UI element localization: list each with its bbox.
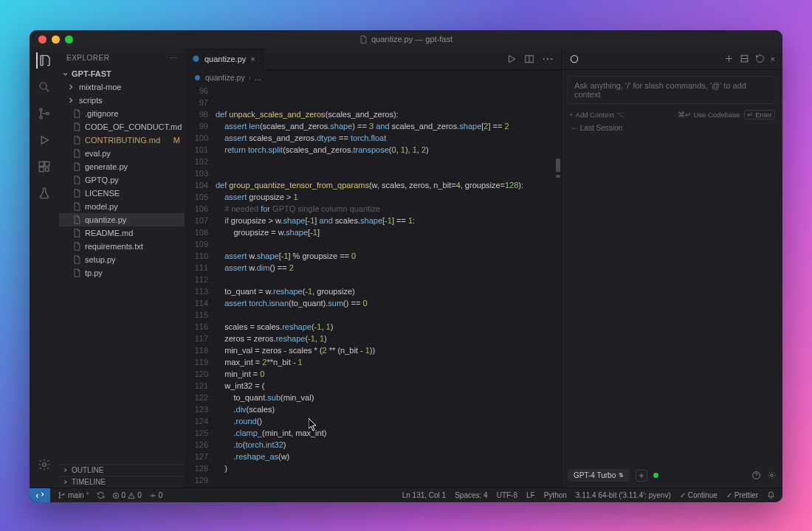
svg-point-8 [43,463,47,467]
chevron-right-icon [62,479,69,485]
chat-header: × [562,48,782,70]
explorer-sidebar: EXPLORER ⋯ GPT-FAST mixtral-moescripts.g… [59,48,185,487]
chat-settings-icon[interactable] [740,54,749,63]
chat-gear-icon[interactable] [767,471,777,480]
close-chat-icon[interactable]: × [771,55,775,63]
folder-item[interactable]: scripts [59,94,185,107]
file-item[interactable]: setup.py [59,253,185,266]
model-selector[interactable]: GPT-4 Turbo ⇅ [568,469,630,482]
svg-point-1 [40,108,42,111]
indentation[interactable]: Spaces: 4 [455,491,487,499]
chat-placeholder: Ask anything, '/' for slash commands, '@… [574,81,746,99]
eol[interactable]: LF [526,491,535,499]
file-item[interactable]: generate.py [59,160,185,173]
continue-status[interactable]: ✓ Continue [680,491,718,499]
file-item[interactable]: model.py [59,200,185,213]
code-content[interactable]: def unpack_scales_and_zeros(scales_and_z… [216,85,561,487]
file-item[interactable]: quantize.py [59,213,185,226]
file-item[interactable]: CONTRIBUTING.mdM [59,133,185,147]
timeline-label: TIMELINE [72,478,106,486]
file-item[interactable]: CODE_OF_CONDUCT.md [59,120,185,133]
branch-indicator[interactable]: main* [58,491,89,499]
use-codebase-chip[interactable]: ⌘↵ Use Codebase [678,111,740,119]
svg-point-17 [59,497,61,499]
chat-logo-icon [569,54,579,64]
cursor-position[interactable]: Ln 131, Col 1 [402,491,447,499]
svg-point-20 [151,494,154,496]
encoding[interactable]: UTF-8 [497,491,517,499]
tab-label: quantize.py [204,55,246,63]
last-session-link[interactable]: ← Last Session [562,119,782,136]
window-title-text: quantize.py — gpt-fast [371,35,453,44]
file-tree: mixtral-moescripts.gitignoreCODE_OF_COND… [59,80,185,464]
chat-history-icon[interactable] [755,54,765,63]
chevron-right-icon [62,467,69,473]
outline-label: OUTLINE [72,466,103,474]
split-editor-icon[interactable] [524,54,534,64]
prettier-status[interactable]: ✓ Prettier [726,491,758,499]
breadcrumb-symbol: ... [255,73,261,82]
file-label: GPTQ.py [85,176,119,184]
timeline-section[interactable]: TIMELINE [59,476,185,487]
add-model-button[interactable] [636,470,647,482]
svg-rect-6 [39,167,44,172]
file-item[interactable]: requirements.txt [59,240,185,253]
folder-item[interactable]: mixtral-moe [59,80,185,94]
close-window-button[interactable] [38,35,47,44]
settings-gear-icon[interactable] [36,457,52,473]
project-header[interactable]: GPT-FAST [59,67,185,80]
file-item[interactable]: GPTQ.py [59,173,185,187]
breadcrumb[interactable]: quantize.py › ... [185,70,561,85]
file-label: quantize.py [85,215,126,224]
minimize-window-button[interactable] [52,35,60,44]
enter-chip[interactable]: ↵ Enter [744,110,775,119]
explorer-icon[interactable] [36,52,52,69]
file-label: eval.py [85,149,111,158]
testing-icon[interactable] [36,185,52,201]
more-actions-icon[interactable]: ⋯ [542,52,554,66]
maximize-window-button[interactable] [65,35,73,44]
file-label: requirements.txt [85,242,143,251]
explorer-header: EXPLORER ⋯ [59,48,185,67]
file-icon [359,35,368,44]
source-control-icon[interactable] [36,105,52,122]
outline-section[interactable]: OUTLINE [59,464,185,476]
file-item[interactable]: LICENSE [59,187,185,200]
extensions-icon[interactable] [36,159,52,175]
svg-point-9 [193,55,199,61]
sync-button[interactable] [97,491,105,499]
problems-indicator[interactable]: 0 0 [112,491,142,499]
file-label: scripts [79,96,103,105]
new-chat-icon[interactable] [724,54,734,63]
run-file-icon[interactable] [506,54,517,64]
file-item[interactable]: tp.py [59,266,185,280]
file-label: .gitignore [85,109,118,118]
svg-point-3 [47,112,49,114]
window-controls [30,35,81,44]
chevron-updown-icon: ⇅ [619,473,624,479]
tab-quantize[interactable]: quantize.py × [185,48,264,70]
python-interpreter[interactable]: 3.11.4 64-bit ('3.11.4': pyenv) [576,491,671,499]
help-icon[interactable] [751,471,761,480]
tab-close-icon[interactable]: × [250,55,255,63]
file-label: README.md [85,229,133,237]
svg-point-11 [195,75,200,80]
file-item[interactable]: README.md [59,226,185,240]
chat-input[interactable]: Ask anything, '/' for slash commands, '@… [568,76,777,104]
model-label: GPT-4 Turbo [574,471,616,479]
file-label: CONTRIBUTING.md [85,136,160,145]
file-item[interactable]: eval.py [59,147,185,160]
add-context-chip[interactable]: + Add Context ⌥ [569,111,625,119]
activity-bar [30,48,59,487]
explorer-more-icon[interactable]: ⋯ [170,54,178,62]
remote-button[interactable] [30,488,50,503]
notifications-icon[interactable] [767,491,775,499]
run-debug-icon[interactable] [36,132,52,148]
language-mode[interactable]: Python [544,491,567,499]
search-icon[interactable] [36,79,52,95]
code-editor[interactable]: 9697989910010110210310410510610710810911… [185,85,561,487]
file-label: setup.py [85,255,116,264]
ports-indicator[interactable]: 0 [149,491,163,499]
file-item[interactable]: .gitignore [59,107,185,120]
file-label: tp.py [85,268,103,277]
